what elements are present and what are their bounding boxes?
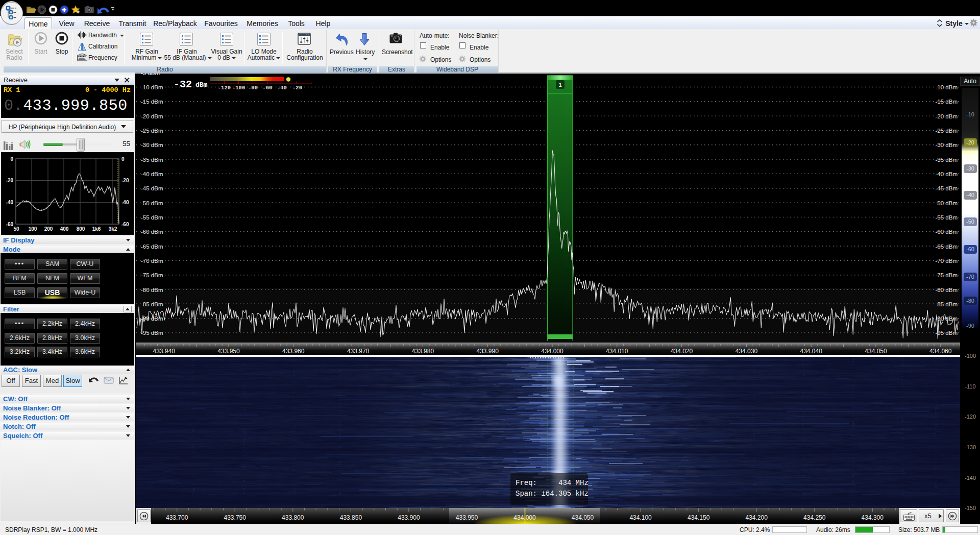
svg-text:434.010: 434.010: [606, 348, 628, 355]
svg-text:-65 dBm: -65 dBm: [936, 244, 958, 250]
svg-text:433.950: 433.950: [456, 514, 478, 521]
svg-text:-40 dBm: -40 dBm: [141, 171, 163, 177]
svg-text:-60: -60: [262, 85, 272, 91]
svg-text:434.200: 434.200: [746, 514, 768, 521]
svg-text:3k2: 3k2: [109, 226, 117, 232]
svg-text:-20: -20: [6, 178, 14, 183]
svg-text:434.300: 434.300: [862, 514, 884, 521]
svg-text:-40: -40: [6, 200, 14, 205]
svg-text:-80 dBm: -80 dBm: [141, 287, 163, 293]
svg-text:1k6: 1k6: [92, 226, 101, 232]
svg-text:433.750: 433.750: [224, 514, 247, 521]
svg-text:-50 dBm: -50 dBm: [141, 200, 163, 206]
svg-text:433.950: 433.950: [217, 348, 240, 355]
svg-text:-80: -80: [248, 85, 258, 91]
svg-text:-35 dBm: -35 dBm: [141, 157, 163, 163]
svg-text:433.940: 433.940: [153, 348, 176, 355]
svg-text:-10 dBm: -10 dBm: [141, 84, 163, 90]
svg-text:-60: -60: [121, 222, 129, 227]
svg-text:400: 400: [60, 226, 69, 232]
svg-text:434.150: 434.150: [688, 514, 710, 521]
svg-text:-60 dBm: -60 dBm: [936, 229, 958, 235]
svg-text:-10 dBm: -10 dBm: [936, 84, 958, 90]
svg-text:433.970: 433.970: [347, 348, 370, 355]
svg-text:433.990: 433.990: [477, 348, 499, 355]
svg-text:-25 dBm: -25 dBm: [936, 128, 958, 134]
svg-text:-70 dBm: -70 dBm: [141, 258, 163, 264]
svg-text:-95 dBm: -95 dBm: [141, 330, 163, 336]
svg-text:-25 dBm: -25 dBm: [141, 128, 163, 134]
svg-text:434.100: 434.100: [629, 514, 652, 521]
svg-text:433.900: 433.900: [398, 514, 420, 521]
svg-text:434.040: 434.040: [800, 348, 823, 355]
svg-text:0: 0: [10, 156, 13, 162]
svg-text:-45 dBm: -45 dBm: [141, 185, 163, 191]
svg-text:-80 dBm: -80 dBm: [936, 287, 958, 293]
svg-text:-65 dBm: -65 dBm: [141, 244, 163, 250]
svg-text:-55 dBm: -55 dBm: [141, 214, 163, 221]
svg-text:-85 dBm: -85 dBm: [936, 301, 958, 307]
svg-text:-55 dBm: -55 dBm: [936, 214, 958, 221]
svg-text:433.960: 433.960: [282, 348, 305, 355]
svg-text:-20 dBm: -20 dBm: [141, 113, 163, 119]
svg-text:-95 dBm: -95 dBm: [936, 330, 958, 336]
svg-text:200: 200: [44, 226, 53, 232]
svg-text:-75 dBm: -75 dBm: [936, 272, 958, 278]
svg-text:433.850: 433.850: [340, 514, 362, 521]
svg-text:-30 dBm: -30 dBm: [936, 142, 958, 148]
svg-text:-40: -40: [277, 85, 287, 91]
svg-text:-120: -120: [218, 85, 231, 91]
svg-text:434.020: 434.020: [671, 348, 693, 355]
svg-text:-70 dBm: -70 dBm: [936, 258, 958, 264]
svg-text:434.050: 434.050: [572, 514, 594, 521]
svg-text:-20: -20: [292, 85, 302, 91]
svg-text:dBm: dBm: [195, 81, 208, 89]
svg-text:433.980: 433.980: [412, 348, 434, 355]
svg-text:-60: -60: [6, 222, 14, 227]
svg-text:-15 dBm: -15 dBm: [141, 99, 163, 105]
svg-text:-5 dBm: -5 dBm: [141, 74, 160, 76]
svg-text:0: 0: [121, 156, 125, 162]
svg-text:-30 dBm: -30 dBm: [141, 142, 163, 148]
svg-text:-35 dBm: -35 dBm: [936, 157, 958, 163]
svg-text:-45 dBm: -45 dBm: [936, 185, 958, 191]
svg-text:433.800: 433.800: [282, 514, 304, 521]
svg-text:-50 dBm: -50 dBm: [936, 200, 958, 206]
svg-text:434.030: 434.030: [736, 348, 758, 355]
svg-text:-40 dBm: -40 dBm: [936, 171, 958, 177]
svg-text:433.700: 433.700: [166, 514, 188, 521]
svg-text:1: 1: [558, 82, 561, 88]
svg-text:100: 100: [29, 226, 37, 232]
svg-text:-15 dBm: -15 dBm: [936, 99, 958, 105]
svg-text:-32: -32: [174, 79, 192, 90]
svg-text:50: 50: [13, 226, 19, 232]
svg-text:-20 dBm: -20 dBm: [936, 113, 958, 119]
svg-text:434.060: 434.060: [929, 348, 952, 355]
svg-text:-100: -100: [232, 85, 245, 91]
svg-text:-75 dBm: -75 dBm: [141, 272, 163, 278]
svg-text:434.000: 434.000: [541, 348, 564, 355]
svg-text:434.050: 434.050: [865, 348, 887, 355]
svg-text:-60 dBm: -60 dBm: [141, 229, 163, 235]
svg-text:434.250: 434.250: [803, 514, 826, 521]
svg-text:800: 800: [77, 226, 85, 232]
svg-text:-85 dBm: -85 dBm: [141, 301, 163, 307]
svg-text:-20: -20: [121, 178, 129, 183]
svg-text:-40: -40: [121, 200, 129, 205]
